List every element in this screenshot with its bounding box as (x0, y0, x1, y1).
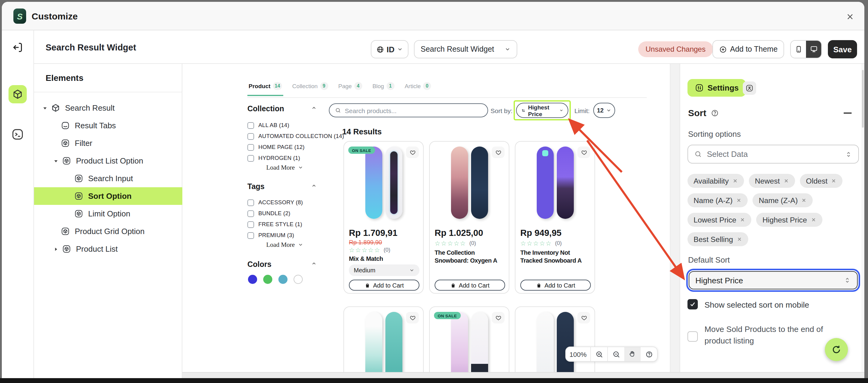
swatch-green[interactable] (263, 275, 272, 284)
remove-chip-icon[interactable] (733, 178, 738, 184)
preview-scroll-gutter[interactable] (670, 64, 680, 372)
tree-item-limit-option[interactable]: Limit Option (34, 205, 182, 223)
remove-chip-icon[interactable] (801, 198, 807, 203)
checkbox[interactable] (247, 155, 254, 161)
product-card[interactable] (515, 306, 595, 372)
tree-item-sort-option[interactable]: Sort Option (34, 187, 182, 205)
limit-dropdown[interactable]: 12 (593, 103, 615, 118)
remove-chip-icon[interactable] (737, 236, 742, 242)
swatch-blue[interactable] (248, 275, 257, 284)
product-card[interactable] (343, 306, 424, 372)
load-more-button[interactable]: Load More (266, 164, 303, 171)
product-title[interactable]: Mix & Match (349, 255, 422, 263)
product-card[interactable]: ON SALE Rp 1.709,91 Rp 1.899,90 ☆☆☆☆☆ (0… (343, 141, 424, 294)
tab-article[interactable]: Article 0 (403, 82, 432, 96)
locale-dropdown[interactable]: ID (371, 40, 408, 58)
collapse-chevron-icon[interactable] (311, 261, 317, 266)
product-title[interactable]: The Collection Snowboard: Oxygen A (435, 248, 507, 264)
remove-chip-icon[interactable] (736, 198, 742, 203)
wishlist-button[interactable] (578, 147, 590, 158)
remove-chip-icon[interactable] (831, 178, 837, 184)
remove-chip-icon[interactable] (740, 217, 746, 223)
collapse-section-button[interactable] (844, 113, 851, 114)
filter-option[interactable]: BUNDLE (2) (247, 208, 303, 219)
default-sort-select[interactable]: Highest Price (689, 271, 858, 289)
refresh-preview-button[interactable] (825, 338, 848, 361)
wishlist-button[interactable] (492, 312, 504, 323)
product-title[interactable]: The Inventory Not Tracked Snowboard A (520, 248, 593, 264)
collapse-chevron-icon[interactable] (311, 183, 317, 188)
code-tool-button[interactable] (10, 126, 26, 142)
tree-item-product-grid-option[interactable]: Product Grid Option (34, 223, 182, 240)
tab-count-badge: 1 (386, 82, 394, 90)
move-sold-checkbox[interactable] (687, 331, 698, 342)
horizontal-scrollbar[interactable] (182, 372, 864, 378)
checkbox[interactable] (247, 232, 254, 239)
checkbox[interactable] (247, 199, 254, 206)
widget-dropdown[interactable]: Search Result Widget (414, 40, 517, 58)
checkbox[interactable] (247, 221, 254, 228)
tree-item-search-input[interactable]: Search Input (34, 170, 182, 187)
wishlist-button[interactable] (406, 312, 419, 323)
sort-dropdown[interactable]: Highest Price (516, 103, 568, 118)
mobile-preview-button[interactable] (791, 41, 806, 58)
tab-product[interactable]: Product 14 (247, 82, 283, 96)
tree-item-product-list-option[interactable]: Product List Option (34, 152, 182, 170)
sorting-options-select[interactable]: Select Data (687, 145, 859, 164)
swatch-white[interactable] (293, 275, 303, 284)
checkbox[interactable] (247, 144, 254, 150)
remove-chip-icon[interactable] (811, 217, 816, 223)
caret-down-icon[interactable] (42, 106, 48, 110)
caret-down-icon[interactable] (54, 158, 58, 163)
zoom-in-button[interactable] (591, 347, 607, 361)
exit-editor-button[interactable] (11, 41, 24, 54)
pan-tool-button[interactable] (624, 347, 641, 361)
filter-option[interactable]: AUTOMATED COLLECTION (14) (247, 131, 344, 142)
wishlist-button[interactable] (406, 147, 419, 158)
product-card[interactable]: Rp 1.025,00 ☆☆☆☆☆ (0) The Collection Sno… (429, 141, 509, 294)
checkbox[interactable] (247, 210, 254, 217)
product-card[interactable]: ON SALE (429, 306, 509, 372)
filter-option[interactable]: HYDROGEN (1) (247, 153, 344, 164)
tree-item-product-list[interactable]: Product List (34, 240, 182, 258)
filter-option[interactable]: PREMIUM (3) (247, 230, 303, 241)
caret-right-icon[interactable] (54, 246, 58, 252)
desktop-preview-button[interactable] (806, 41, 821, 58)
remove-chip-icon[interactable] (783, 178, 789, 184)
tree-item-filter[interactable]: Filter (34, 135, 182, 152)
filter-option[interactable]: HOME PAGE (12) (247, 142, 344, 153)
tree-item-search-result[interactable]: Search Result (34, 99, 182, 117)
product-card[interactable]: Rp 949,95 ☆☆☆☆☆ (0) The Inventory Not Tr… (515, 141, 595, 294)
wishlist-button[interactable] (578, 312, 590, 323)
variant-select[interactable]: Medium (349, 264, 420, 276)
help-button[interactable] (641, 347, 657, 361)
zoom-out-button[interactable] (608, 347, 624, 361)
tab-settings[interactable]: Settings (687, 79, 746, 97)
panel-scrollbar-thumb[interactable] (862, 70, 864, 128)
tab-translations[interactable] (743, 82, 756, 95)
filter-option[interactable]: FREE STYLE (1) (247, 219, 303, 230)
checkbox[interactable] (247, 133, 254, 140)
show-sort-mobile-checkbox[interactable] (687, 299, 698, 310)
help-icon[interactable] (711, 109, 719, 117)
sort-chip: Highest Price (756, 213, 822, 227)
save-button[interactable]: Save (828, 40, 857, 58)
close-icon[interactable] (844, 10, 856, 23)
elements-tool-button[interactable] (8, 85, 27, 104)
search-input[interactable] (345, 107, 482, 114)
collapse-chevron-icon[interactable] (311, 105, 317, 111)
tab-blog[interactable]: Blog 1 (371, 82, 395, 96)
checkbox[interactable] (247, 122, 254, 128)
add-to-cart-button[interactable]: Add to Cart (349, 279, 420, 291)
tab-collection[interactable]: Collection 9 (291, 82, 329, 96)
swatch-teal[interactable] (278, 275, 287, 284)
filter-option[interactable]: ACCESSORY (8) (247, 197, 303, 208)
add-to-cart-button[interactable]: Add to Cart (435, 279, 505, 291)
add-to-cart-button[interactable]: Add to Cart (520, 279, 591, 291)
tab-page[interactable]: Page 4 (337, 82, 363, 96)
wishlist-button[interactable] (492, 147, 504, 158)
load-more-button[interactable]: Load More (266, 241, 303, 248)
tree-item-result-tabs[interactable]: Result Tabs (34, 117, 182, 135)
add-to-theme-button[interactable]: Add to Theme (712, 40, 784, 58)
filter-option[interactable]: ALL AB (14) (247, 120, 344, 131)
